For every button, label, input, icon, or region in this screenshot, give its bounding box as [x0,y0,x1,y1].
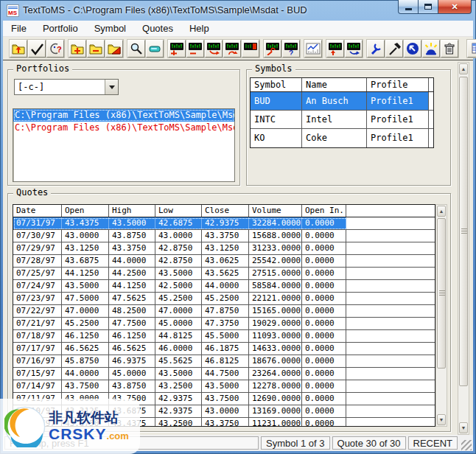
table-cell: An Busch [302,92,367,110]
scroll-down-button[interactable]: ▼ [459,422,468,433]
table-cell: 0.0000 [302,230,346,242]
symbol-edit-icon[interactable] [146,40,164,57]
portfolio-delete-icon[interactable] [105,40,123,57]
table-cell: 47.5000 [62,293,109,304]
table-cell: 47.0000 [155,305,202,317]
quotes-row[interactable]: 07/16/9745.875046.937545.562546.81251867… [13,355,435,368]
quotes-row[interactable]: 07/18/9746.125046.125044.812545.50001109… [13,330,435,343]
toolbar-group: ? [10,40,65,57]
row-filler [346,343,435,355]
portfolio-list: C:\Program Files (x86)\TextToMS\Sample\M… [13,108,235,182]
table-cell: 43.1250 [62,242,109,254]
status-panel-quote-count: Quote 30 of 30 [332,436,406,450]
quote-query-icon[interactable]: ? [282,40,300,57]
menu-quotes[interactable]: Quotes [134,21,181,37]
quotes-panel-icon[interactable] [467,40,476,57]
table-cell: 32284.0000 [249,217,302,229]
scroll-up-button[interactable]: ▲ [459,63,468,74]
table-cell: 42.9375 [155,405,202,417]
help-face-icon[interactable]: ? [46,40,64,57]
quotes-row[interactable]: 07/14/9743.750043.875043.250043.50001227… [13,380,435,393]
table-cell: 47.3750 [202,318,249,329]
tools-icon[interactable] [367,40,385,57]
portfolio-remove-icon[interactable] [87,40,105,57]
table-cell: 43.3750 [109,242,155,254]
resize-grip[interactable] [461,440,472,450]
scrollbar-thumb[interactable] [459,77,468,386]
quotes-row[interactable]: 07/17/9746.562546.562546.000046.18751463… [13,343,435,355]
column-header: Open In... [302,205,346,217]
quotes-row[interactable]: 07/23/9747.500047.562545.250045.25002212… [13,293,435,305]
table-cell: 43.6875 [62,255,109,267]
quote-remove-icon[interactable] [186,40,204,57]
toolbar-group [367,40,459,57]
quote-add-icon[interactable] [168,40,186,57]
symbol-find-icon[interactable] [127,40,145,57]
portfolio-item[interactable]: C:\Program Files (x86)\TextToMS\Sample\M… [13,122,234,134]
column-header: High [109,205,155,217]
hammer-icon[interactable] [385,40,403,57]
quotes-row[interactable]: 07/24/9743.500044.125042.500044.00005858… [13,280,435,293]
portfolio-open-icon[interactable] [10,40,27,57]
alert-lamp-icon[interactable] [422,40,440,57]
quotes-row[interactable]: 07/29/9743.125043.375042.875043.12503123… [13,242,435,255]
menu-help[interactable]: Help [181,21,217,37]
row-filler [346,268,435,279]
quotes-scrollbar[interactable]: ▲ ▼ [435,204,447,427]
portfolio-item[interactable]: C:\Program Files (x86)\TextToMS\Sample\M… [13,109,234,122]
scroll-down-button[interactable]: ▼ [437,414,446,425]
go-back-icon[interactable] [404,40,421,57]
quote-refresh-icon[interactable] [223,40,241,57]
symbols-table: SymbolNameProfile BUDAn BuschProfile1INT… [250,77,434,148]
quote-last-icon[interactable] [242,40,259,57]
quote-tools-icon[interactable] [264,40,281,57]
table-cell: 07/21/97 [13,318,62,329]
watermark-site-name: 非凡软件站 [49,411,129,426]
portfolio-add-icon[interactable] [69,40,86,57]
close-button[interactable]: ✕ [438,0,472,14]
minimize-button[interactable] [398,0,419,14]
maximize-button[interactable] [419,0,438,14]
symbols-row[interactable]: KOCokeProfile1 [251,129,433,147]
menu-portfolio[interactable]: Portfolio [35,21,86,37]
quotes-row[interactable]: 07/31/9743.437543.500042.687542.93753228… [13,217,435,230]
verify-icon[interactable] [28,40,46,57]
symbols-row[interactable]: INTCIntelProfile1 [251,111,433,129]
menu-symbol[interactable]: Symbol [86,21,134,37]
portfolio-filter-combobox[interactable]: [-c-] [14,79,119,95]
quotes-row[interactable]: 07/30/9743.000043.875043.000043.37501568… [13,230,435,242]
toolbar-group [463,40,476,57]
table-cell: 43.2500 [155,380,202,392]
symbols-row[interactable]: BUDAn BuschProfile1 [251,92,433,111]
table-cell: KO [251,129,302,147]
quotes-row[interactable]: 07/15/9744.000045.000043.500044.75002326… [13,368,435,380]
chart-view-icon[interactable] [304,40,322,57]
trash-icon[interactable] [441,40,458,57]
quotes-row[interactable]: 07/25/9744.125044.250043.500043.56252751… [13,268,435,280]
combobox-dropdown-button[interactable] [105,80,118,94]
symbols-group-label: Symbols [252,63,295,74]
table-cell: 18676.0000 [249,355,302,367]
table-cell: 07/15/97 [13,368,62,380]
window-scrollbar[interactable]: ▲ ▼ [458,62,469,435]
table-cell: 44.8125 [155,330,202,342]
quotes-row[interactable]: 07/21/9745.250047.750045.000047.37501902… [13,318,435,330]
quote-up-icon[interactable] [326,40,344,57]
scrollbar-thumb[interactable] [437,218,446,369]
triangle-down-icon: ▼ [439,417,444,422]
quotes-group: Quotes DateOpenHighLowCloseVolumeOpen In… [7,193,451,432]
menu-file[interactable]: File [3,21,35,37]
table-cell: 58584.0000 [249,280,302,292]
row-filler [346,368,435,380]
row-filler [346,355,435,367]
quotes-row[interactable]: 07/28/9743.687544.000042.875043.06252554… [13,255,435,268]
quotes-row[interactable]: 07/22/9747.000048.250047.000047.87501516… [13,305,435,318]
quote-move-icon[interactable] [205,40,223,57]
table-cell: 43.7500 [202,393,249,405]
scroll-up-button[interactable]: ▲ [437,206,446,217]
triangle-down-icon: ▼ [461,425,466,430]
table-cell: 0.0000 [302,343,346,355]
minimize-icon [405,8,412,10]
app-window: MS TextToMS - C:\Program Files (x86)\Tex… [0,0,476,454]
quote-cycle-icon[interactable] [345,40,363,57]
